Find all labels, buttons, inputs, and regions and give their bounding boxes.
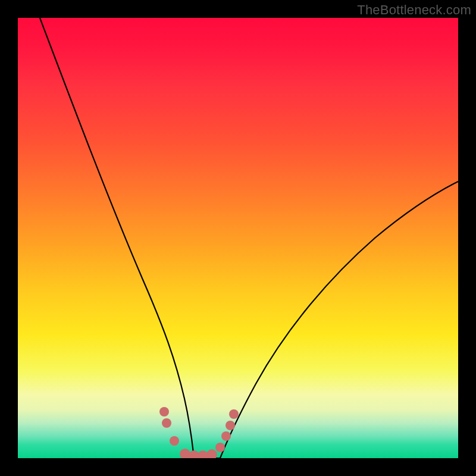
svg-point-7 <box>215 443 225 452</box>
chart-overlay <box>18 18 458 458</box>
watermark: TheBottleneck.com <box>357 2 471 18</box>
svg-point-1 <box>162 418 171 428</box>
svg-point-8 <box>221 431 231 441</box>
svg-point-0 <box>159 407 169 416</box>
valley-dots <box>159 407 239 458</box>
svg-point-10 <box>229 409 239 419</box>
curve-left <box>40 18 194 458</box>
svg-point-2 <box>170 436 179 446</box>
svg-point-9 <box>226 421 235 430</box>
curve-right <box>220 181 458 458</box>
chart-frame: TheBottleneck.com <box>0 0 476 476</box>
svg-point-6 <box>206 449 217 458</box>
